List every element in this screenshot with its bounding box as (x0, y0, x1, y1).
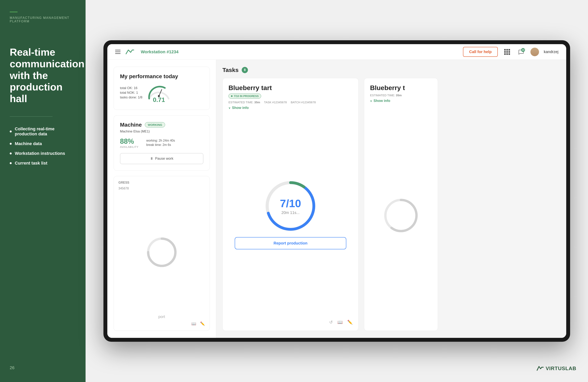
task-card-side: Blueberry t ESTIMATED TIME: 35m ∨ Show i… (364, 78, 438, 331)
working-badge: WORKING (145, 122, 165, 127)
partial-id: 345678 (118, 187, 205, 190)
machine-title: Machine (120, 122, 142, 128)
chevron-down-icon: ∨ (229, 106, 231, 109)
tasks-title: Tasks (222, 67, 239, 73)
tasks-header: Tasks 8 (222, 67, 560, 73)
chat-icon[interactable]: 22 (516, 47, 526, 57)
page-number: 26 (10, 365, 14, 370)
book-icon[interactable]: 📖 (191, 321, 196, 326)
task-name: Blueberry tart (229, 84, 353, 92)
report-production-button[interactable]: Report production (235, 237, 346, 249)
bullet-dot (10, 152, 12, 154)
virtuslab-name: VIRTUSLAB (546, 365, 576, 371)
progress-fraction: 7/10 (280, 197, 301, 210)
virtuslab-logo: VIRTUSLAB (536, 364, 576, 372)
partial-arc (144, 235, 179, 270)
progress-time: 20m 11s... (280, 211, 301, 215)
working-time: working: 2h 24m 40s (146, 139, 175, 142)
menu-icon[interactable] (115, 50, 121, 54)
progress-center: 7/10 20m 11s... (280, 197, 301, 215)
main-heading: Real-time communication with the product… (10, 46, 76, 105)
show-info-button-side[interactable]: ∨ Show info (370, 99, 432, 103)
task-meta: ESTIMATED TIME: 35m TASK #12345678 BATCH… (229, 101, 353, 104)
bullet-dot (10, 162, 12, 164)
machine-card: Machine WORKING Machine Elsa (ME1) 88% A… (114, 115, 210, 170)
circular-progress-area: 7/10 20m 11s... Report production (229, 113, 353, 315)
total-ok: total OK: 16 (120, 86, 142, 90)
total-nok: total NOK: 1 (120, 91, 142, 95)
availability-percent: 88% (120, 137, 138, 146)
card-bottom-icons: ↺ 📖 ✏️ (229, 318, 353, 325)
side-arc (381, 196, 420, 235)
workstation-title: Workstation #1234 (141, 49, 178, 54)
performance-title: My performance today (120, 73, 178, 80)
tasks-count-badge: 8 (242, 67, 248, 73)
list-item: Collecting real-time production data (10, 127, 76, 137)
feature-list: Collecting real-time production data Mac… (10, 127, 76, 166)
platform-subtitle: MANUFACTURING MANAGEMENT PLATFORM (10, 16, 76, 23)
edit-icon[interactable]: ✏️ (347, 320, 353, 325)
show-info-button[interactable]: ∨ Show info (229, 106, 353, 110)
list-item: Workstation instructions (10, 151, 76, 156)
task-card-main: Blueberry tart 7/10 IN PROGRESS ESTIMATE… (222, 78, 358, 331)
in-progress-badge: 7/10 IN PROGRESS (229, 94, 261, 99)
dashboard-sidebar: My performance today total OK: 16 total … (107, 60, 216, 338)
book-icon[interactable]: 📖 (337, 320, 343, 325)
notification-count: 22 (521, 48, 525, 52)
circular-progress: 7/10 20m 11s... (263, 179, 318, 233)
performance-stats: total OK: 16 total NOK: 1 tasks done: 1/… (120, 86, 142, 99)
availability-block: 88% AVAILABILITY (120, 137, 138, 149)
grid-view-icon[interactable] (503, 47, 512, 57)
device-frame: Workstation #1234 Call for help (104, 40, 570, 342)
bullet-dot (10, 143, 12, 145)
avatar (530, 48, 539, 56)
divider (10, 116, 53, 117)
device-screen: Workstation #1234 Call for help (107, 44, 566, 338)
machine-name: Machine Elsa (ME1) (120, 129, 203, 133)
task-name-side: Blueberry t (370, 84, 432, 92)
bullet-dot (10, 130, 12, 132)
break-time: break time: 2m 6s (146, 143, 175, 147)
refresh-icon[interactable]: ↺ (329, 320, 333, 325)
partial-status: GRESS (118, 181, 129, 184)
partial-report: port (118, 315, 205, 319)
list-item: Machine data (10, 141, 76, 146)
tasks-area: Tasks 8 Blueberry tart 7/10 IN (216, 60, 566, 338)
username: kandrzej (544, 50, 558, 54)
partial-card: GRESS 345678 port 📖 (114, 176, 210, 331)
performance-gauge: 0.71 (146, 82, 171, 104)
tasks-grid: Blueberry tart 7/10 IN PROGRESS ESTIMATE… (222, 78, 560, 331)
app-logo (125, 48, 135, 55)
accent-line (10, 12, 18, 12)
call-for-help-button[interactable]: Call for help (463, 47, 498, 57)
topbar: Workstation #1234 Call for help (107, 44, 566, 60)
gauge-value: 0.71 (153, 96, 165, 104)
tasks-done: tasks done: 1/8 (120, 95, 142, 99)
edit-icon[interactable]: ✏️ (200, 321, 205, 326)
virtuslab-icon (536, 364, 544, 372)
pause-icon: ⏸ (150, 157, 153, 161)
left-panel: MANUFACTURING MANAGEMENT PLATFORM Real-t… (0, 0, 85, 382)
performance-card: My performance today total OK: 16 total … (114, 67, 210, 110)
list-item: Current task list (10, 161, 76, 166)
main-content: My performance today total OK: 16 total … (107, 60, 566, 338)
machine-times: working: 2h 24m 40s break time: 2m 6s (146, 139, 175, 147)
availability-label: AVAILABILITY (120, 146, 138, 149)
task-meta-side: ESTIMATED TIME: 35m (370, 94, 432, 97)
chevron-down-icon: ∨ (370, 99, 372, 103)
pause-work-button[interactable]: ⏸ Pause work (120, 153, 203, 164)
right-panel: Workstation #1234 Call for help (85, 0, 588, 382)
logo-icon (125, 48, 135, 55)
